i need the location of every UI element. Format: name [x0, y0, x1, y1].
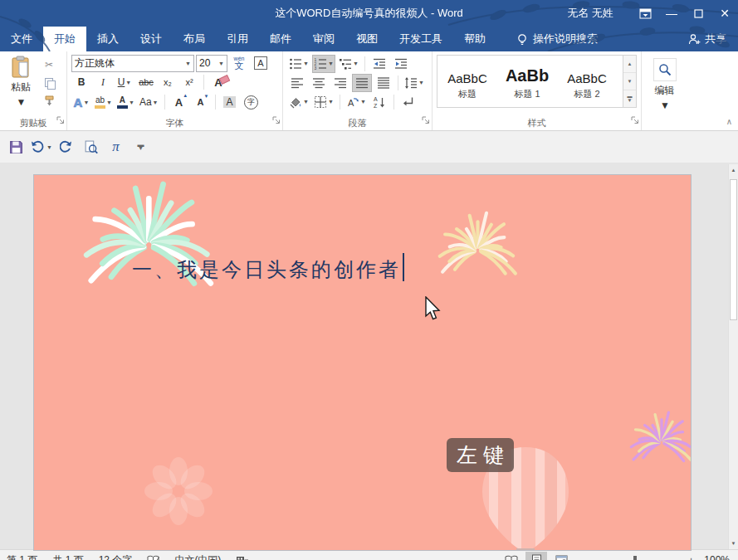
- clear-formatting-button[interactable]: A: [208, 73, 228, 91]
- font-color-button[interactable]: A▼: [115, 93, 136, 111]
- show-marks-button[interactable]: [398, 93, 418, 111]
- undo-icon: [30, 140, 46, 153]
- zoom-out-button[interactable]: −: [575, 554, 582, 560]
- italic-button[interactable]: I: [93, 73, 113, 91]
- print-layout-view-button[interactable]: [525, 552, 547, 560]
- tab-开始[interactable]: 开始: [43, 27, 86, 51]
- align-left-button[interactable]: [287, 74, 307, 92]
- signed-in-user[interactable]: 无名 无姓: [567, 6, 613, 21]
- sort-button[interactable]: AZ: [369, 93, 389, 111]
- style-gallery-down-button[interactable]: ▼: [623, 73, 636, 90]
- vertical-scrollbar[interactable]: ▲ ▼: [728, 164, 738, 549]
- style-item-标题 2[interactable]: AaBbC标题 2: [557, 56, 617, 107]
- distribute-button[interactable]: [374, 74, 393, 92]
- tab-视图[interactable]: 视图: [345, 27, 389, 51]
- close-button[interactable]: ✕: [711, 0, 738, 27]
- equation-button[interactable]: π: [105, 136, 127, 158]
- page-number-status[interactable]: 第 1 页: [7, 553, 37, 560]
- style-gallery-more-button[interactable]: ▬▼: [623, 90, 636, 107]
- document-canvas[interactable]: 一、我是今日头条的创作者 左键 ▲ ▼: [0, 163, 738, 549]
- read-mode-view-button[interactable]: [501, 552, 522, 560]
- scroll-up-button[interactable]: ▲: [729, 164, 738, 176]
- increase-indent-button[interactable]: [391, 55, 411, 73]
- enclose-characters-button[interactable]: 字: [242, 93, 261, 111]
- asian-layout-button[interactable]: A▼: [345, 93, 368, 111]
- character-shading-button[interactable]: A: [220, 93, 240, 111]
- style-gallery-up-button[interactable]: ▲: [623, 56, 636, 73]
- undo-button[interactable]: ▼: [30, 136, 52, 158]
- clipboard-dialog-launcher[interactable]: [56, 113, 65, 128]
- shrink-font-button[interactable]: A▼: [191, 93, 211, 111]
- font-size-combo[interactable]: 20▼: [196, 55, 227, 72]
- undo-dropdown-arrow[interactable]: ▼: [46, 144, 52, 150]
- ribbon-display-options-button[interactable]: [632, 0, 658, 27]
- tab-file[interactable]: 文件: [0, 27, 43, 51]
- bullets-button[interactable]: ▼: [287, 55, 310, 73]
- paste-dropdown-arrow[interactable]: ▼: [17, 96, 27, 108]
- language-status[interactable]: 中文(中国): [174, 553, 221, 560]
- borders-button[interactable]: ▼: [312, 93, 335, 111]
- word-count-status[interactable]: 12 个字: [99, 553, 133, 560]
- document-page[interactable]: 一、我是今日头条的创作者 左键: [33, 174, 692, 551]
- total-pages-status[interactable]: 共 1 页: [52, 553, 83, 560]
- cut-button[interactable]: ✂: [39, 56, 59, 72]
- save-button[interactable]: [5, 136, 27, 158]
- format-painter-button[interactable]: [39, 93, 59, 109]
- print-preview-button[interactable]: [80, 136, 102, 158]
- tab-引用[interactable]: 引用: [216, 27, 259, 51]
- character-border-button[interactable]: A: [251, 54, 271, 72]
- tab-设计[interactable]: 设计: [130, 27, 173, 51]
- paragraph-dialog-launcher[interactable]: [422, 113, 430, 128]
- subscript-button[interactable]: x₂: [158, 73, 178, 91]
- multilevel-list-button[interactable]: ▼: [337, 55, 360, 73]
- strikethrough-button[interactable]: abc: [136, 73, 156, 91]
- zoom-slider-thumb[interactable]: [633, 556, 637, 560]
- redo-button[interactable]: [55, 136, 77, 158]
- zoom-percentage[interactable]: 100%: [704, 554, 730, 560]
- shading-button[interactable]: ▼: [287, 93, 310, 111]
- text-effects-button[interactable]: A▼: [71, 93, 91, 111]
- tab-帮助[interactable]: 帮助: [453, 27, 496, 51]
- justify-button[interactable]: [352, 74, 372, 92]
- document-heading[interactable]: 一、我是今日头条的创作者: [132, 253, 404, 283]
- superscript-button[interactable]: x²: [179, 73, 199, 91]
- underline-button[interactable]: U▼: [115, 73, 134, 91]
- tell-me-search[interactable]: 操作说明搜索: [508, 27, 606, 51]
- copy-button[interactable]: [39, 75, 59, 90]
- style-item-标题 1[interactable]: AaBb标题 1: [497, 56, 557, 107]
- font-dialog-launcher[interactable]: [272, 113, 281, 128]
- style-preview: AaBb: [506, 62, 549, 85]
- ime-status-button[interactable]: [236, 556, 248, 560]
- bold-button[interactable]: B: [71, 73, 91, 91]
- tab-邮件[interactable]: 邮件: [259, 27, 302, 51]
- tab-审阅[interactable]: 审阅: [302, 27, 345, 51]
- align-center-button[interactable]: [309, 74, 329, 92]
- highlight-color-button[interactable]: ab▼: [93, 93, 114, 111]
- zoom-in-button[interactable]: +: [688, 554, 695, 560]
- collapse-ribbon-button[interactable]: ∧: [726, 117, 732, 126]
- grow-font-button[interactable]: A▲: [169, 93, 189, 111]
- tab-开发工具[interactable]: 开发工具: [389, 27, 453, 51]
- align-right-button[interactable]: [330, 74, 350, 92]
- style-item-标题[interactable]: AaBbC标题: [437, 56, 497, 107]
- web-layout-view-button[interactable]: [550, 552, 572, 560]
- proofing-status-button[interactable]: [147, 555, 159, 560]
- paste-button[interactable]: 粘贴 ▼: [4, 54, 37, 117]
- phonetic-guide-button[interactable]: wén文: [229, 54, 249, 72]
- scroll-down-button[interactable]: ▼: [729, 538, 738, 549]
- maximize-button[interactable]: [685, 0, 711, 27]
- minimize-button[interactable]: —: [658, 0, 685, 27]
- tab-布局[interactable]: 布局: [173, 27, 216, 51]
- styles-dialog-launcher[interactable]: [631, 113, 639, 128]
- tab-插入[interactable]: 插入: [86, 27, 130, 51]
- change-case-button[interactable]: Aa▼: [138, 93, 160, 111]
- numbering-button[interactable]: 123▼: [312, 55, 335, 73]
- qat-customize-button[interactable]: ▬▼: [130, 136, 152, 158]
- decrease-indent-button[interactable]: [369, 55, 389, 73]
- justify-icon: [355, 76, 369, 90]
- scrollbar-thumb[interactable]: [730, 179, 737, 320]
- share-button[interactable]: 共享: [677, 27, 738, 51]
- editing-button[interactable]: 编辑 ▼: [646, 54, 683, 111]
- font-name-combo[interactable]: 方正姚体▼: [71, 55, 194, 72]
- line-spacing-button[interactable]: ▼: [403, 74, 426, 92]
